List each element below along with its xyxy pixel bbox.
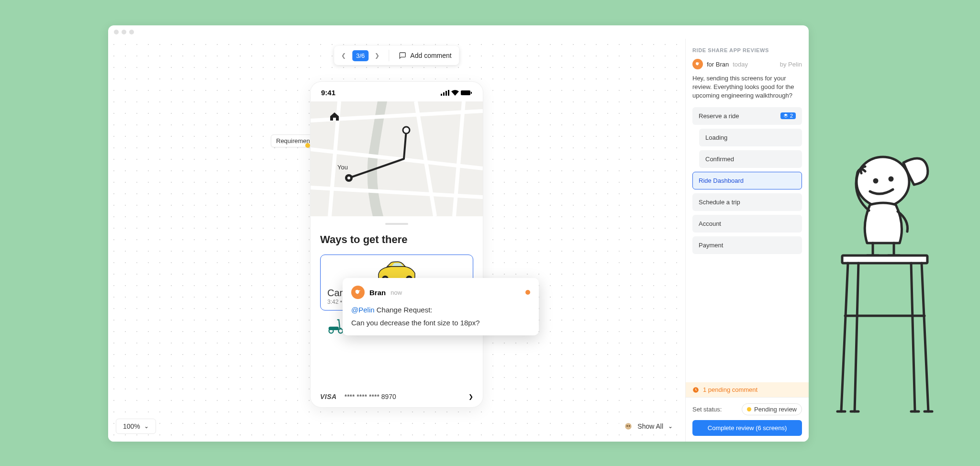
- svg-rect-3: [448, 90, 449, 96]
- character-illustration: [813, 144, 957, 421]
- chevron-left-icon: ❮: [341, 52, 346, 59]
- sidebar: RIDE SHARE APP REVIEWS for Bran today by…: [685, 39, 809, 442]
- signal-icon: [441, 90, 449, 96]
- comment-time: now: [390, 289, 402, 296]
- sidebar-meta-row: for Bran today by Pelin: [692, 59, 802, 69]
- layers-icon: [783, 113, 788, 118]
- status-dot-icon: [747, 407, 751, 411]
- status-selector[interactable]: Pending review: [742, 403, 802, 415]
- traffic-zoom[interactable]: [129, 30, 134, 34]
- traffic-close[interactable]: [114, 30, 119, 34]
- comment-icon: [399, 52, 406, 59]
- sidebar-overline: RIDE SHARE APP REVIEWS: [692, 47, 802, 53]
- status-label: Set status:: [692, 406, 722, 413]
- screen-item-account[interactable]: Account: [692, 215, 802, 233]
- sheet-handle[interactable]: [385, 223, 408, 225]
- svg-rect-25: [842, 255, 927, 263]
- svg-point-22: [890, 178, 892, 180]
- chevron-down-icon: ⌄: [668, 423, 673, 430]
- sidebar-author: by Pelin: [780, 61, 802, 68]
- screen-item-reserve[interactable]: Reserve a ride 2: [692, 107, 802, 125]
- svg-point-17: [627, 425, 628, 427]
- show-all-selector[interactable]: Show All ⌄: [619, 419, 678, 434]
- payment-row[interactable]: VISA **** **** **** 8970 ❯: [320, 393, 473, 400]
- svg-point-21: [874, 179, 877, 182]
- canvas[interactable]: ❮ 3/6 ❯ Add comment Requirement Animatio…: [108, 39, 685, 442]
- card-number: **** **** **** 8970: [345, 393, 396, 400]
- comment-mention[interactable]: @Pelin: [351, 306, 375, 314]
- svg-line-28: [855, 263, 858, 411]
- scooter-illustration: [327, 317, 344, 334]
- chevron-right-icon: ❯: [468, 393, 473, 400]
- page-navigator: ❮ 3/6 ❯: [337, 49, 384, 62]
- screen-list: Reserve a ride 2 Loading Confirmed Ride …: [692, 107, 802, 254]
- screen-item-payment[interactable]: Payment: [692, 236, 802, 254]
- chevron-right-icon: ❯: [375, 52, 379, 59]
- sidebar-avatar: [692, 59, 703, 69]
- comment-body: @Pelin Change Request: Can you decrease …: [351, 305, 530, 328]
- sidebar-footer: Set status: Pending review Complete revi…: [686, 397, 809, 442]
- page-counter: 3/6: [352, 50, 368, 61]
- sheet-title: Ways to get there: [320, 233, 473, 246]
- you-label: You: [337, 164, 348, 171]
- svg-point-7: [347, 177, 350, 179]
- sidebar-date: today: [733, 61, 748, 68]
- screen-item-schedule[interactable]: Schedule a trip: [692, 193, 802, 211]
- toolbar-divider: [389, 50, 389, 61]
- comment-author: Bran: [369, 288, 386, 297]
- next-button[interactable]: ❯: [370, 49, 384, 62]
- sidebar-description: Hey, sending this screens for your revie…: [692, 74, 802, 100]
- svg-rect-5: [471, 92, 472, 94]
- avatar-icon: [354, 288, 362, 296]
- top-toolbar: ❮ 3/6 ❯ Add comment: [334, 46, 459, 65]
- add-comment-label: Add comment: [410, 52, 451, 59]
- app-window: ❮ 3/6 ❯ Add comment Requirement Animatio…: [108, 25, 809, 442]
- svg-line-27: [922, 263, 928, 411]
- comment-status-dot: [525, 290, 530, 295]
- screen-item-loading[interactable]: Loading: [699, 129, 802, 146]
- prev-button[interactable]: ❮: [337, 49, 350, 62]
- map-area[interactable]: You: [311, 101, 483, 216]
- svg-point-20: [857, 157, 909, 207]
- phone-time: 9:41: [321, 89, 335, 97]
- phone-statusbar: 9:41: [311, 82, 483, 97]
- window-titlebar: [108, 25, 809, 39]
- svg-point-8: [403, 127, 410, 133]
- phone-mockup: 9:41: [311, 82, 483, 407]
- traffic-minimize[interactable]: [122, 30, 126, 34]
- zoom-selector[interactable]: 100% ⌄: [116, 419, 156, 434]
- svg-rect-0: [441, 94, 442, 96]
- chevron-down-icon: ⌄: [144, 423, 149, 430]
- comment-avatar: [351, 286, 365, 299]
- svg-rect-1: [443, 92, 445, 96]
- sidebar-for: for Bran: [707, 61, 729, 68]
- screen-item-ride-dashboard[interactable]: Ride Dashboard: [692, 172, 802, 189]
- svg-point-18: [629, 425, 630, 427]
- workspace: ❮ 3/6 ❯ Add comment Requirement Animatio…: [108, 39, 809, 442]
- comment-popover: Bran now @Pelin Change Request: Can you …: [343, 278, 539, 335]
- annotation-dot-requirement[interactable]: [305, 143, 310, 148]
- svg-rect-4: [461, 90, 470, 95]
- svg-line-26: [841, 263, 848, 411]
- svg-point-15: [338, 329, 343, 333]
- svg-point-16: [625, 423, 632, 430]
- monkey-icon: [624, 422, 633, 431]
- layer-badge: 2: [780, 112, 796, 119]
- clock-icon: [692, 387, 699, 393]
- wifi-icon: [451, 90, 459, 96]
- svg-rect-2: [445, 91, 447, 96]
- add-comment-button[interactable]: Add comment: [394, 50, 456, 61]
- complete-review-button[interactable]: Complete review (6 screens): [692, 420, 802, 436]
- home-icon: [329, 111, 340, 122]
- svg-line-29: [911, 263, 915, 411]
- screen-item-confirmed[interactable]: Confirmed: [699, 150, 802, 168]
- battery-icon: [461, 90, 472, 96]
- pending-comments-bar[interactable]: 1 pending comment: [686, 382, 809, 397]
- card-brand: VISA: [320, 393, 337, 400]
